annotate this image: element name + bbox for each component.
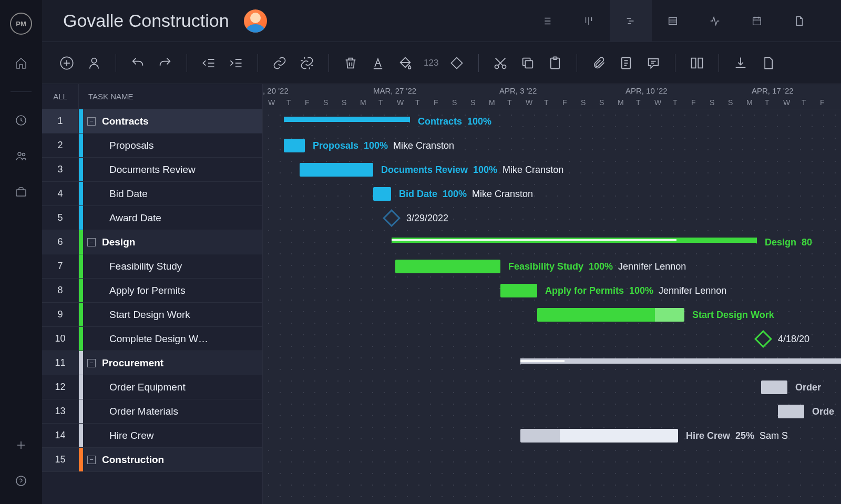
task-name: Contracts [96,116,262,127]
view-calendar-icon[interactable] [736,0,778,42]
gantt-bar[interactable] [284,117,410,122]
gantt-bar[interactable] [373,187,391,201]
color-stripe [79,230,83,254]
gantt-bar[interactable] [520,429,678,443]
color-stripe [79,206,83,230]
collapse-icon[interactable]: − [87,117,96,126]
notes-icon[interactable] [617,54,635,72]
week-label: MAR, 27 '22 [373,86,416,95]
collapse-icon[interactable]: − [87,456,96,464]
milestone-diamond[interactable] [754,330,772,348]
gantt-bar[interactable] [778,405,804,418]
row-number: 14 [42,424,79,447]
task-name: Design [96,236,262,248]
view-gantt-icon[interactable] [610,0,652,42]
outdent-icon[interactable] [200,54,218,72]
task-row[interactable]: 8Apply for Permits [42,279,262,303]
task-row[interactable]: 11−Procurement [42,351,262,375]
columns-icon[interactable] [688,54,706,72]
help-icon[interactable] [14,474,28,488]
collapse-icon[interactable]: − [87,238,96,246]
link-icon[interactable] [271,54,289,72]
task-row[interactable]: 14Hire Crew [42,424,262,448]
view-sheet-icon[interactable] [652,0,694,42]
gantt-bar[interactable] [395,260,500,273]
task-row[interactable]: 9Start Design Work [42,303,262,327]
day-label: F [434,98,438,107]
task-row[interactable]: 4Bid Date [42,182,262,206]
gantt-bar[interactable] [537,308,684,322]
day-label: T [636,98,641,107]
day-label: W [783,98,790,107]
view-tabs [526,0,820,42]
view-file-icon[interactable] [778,0,820,42]
people-icon[interactable] [14,149,28,163]
briefcase-icon[interactable] [14,184,28,199]
milestone-icon[interactable] [448,54,466,72]
attachment-icon[interactable] [590,54,608,72]
app-logo[interactable]: PM [10,13,32,35]
gantt-bar[interactable] [300,163,373,177]
color-stripe [79,182,83,205]
add-icon[interactable] [58,54,76,72]
task-row[interactable]: 15−Construction [42,448,262,472]
svg-point-10 [502,65,506,68]
bar-label-name: Apply for Permits [545,285,624,296]
cut-icon[interactable] [491,54,509,72]
clock-icon[interactable] [14,113,28,128]
svg-point-1 [18,152,21,156]
task-row[interactable]: 2Proposals [42,133,262,158]
task-row[interactable]: 6−Design [42,230,262,254]
delete-icon[interactable] [342,54,360,72]
import-icon[interactable] [732,54,750,72]
day-label: S [710,98,714,107]
gantt-bar[interactable] [392,238,757,243]
undo-icon[interactable] [129,54,147,72]
task-row[interactable]: 1−Contracts [42,109,262,133]
day-label: M [746,98,753,107]
bar-label-assignee: Mike Cranston [472,189,533,200]
day-label: S [323,98,328,107]
view-list-icon[interactable] [526,0,568,42]
gantt-bar[interactable] [761,380,787,394]
task-name: Award Date [83,212,262,224]
export-icon[interactable] [759,54,777,72]
plus-icon[interactable] [14,438,28,452]
view-activity-icon[interactable] [694,0,736,42]
view-board-icon[interactable] [568,0,610,42]
day-label: T [802,98,806,107]
redo-icon[interactable] [156,54,174,72]
bar-label-pct: 100% [443,189,467,200]
task-row[interactable]: 10Complete Design W… [42,327,262,351]
copy-icon[interactable] [519,54,537,72]
svg-point-9 [495,65,499,68]
gantt-chart[interactable]: , 20 '22MAR, 27 '22APR, 3 '22APR, 10 '22… [263,84,841,504]
column-task-name[interactable]: TASK NAME [79,92,134,101]
assign-icon[interactable] [85,54,103,72]
unlink-icon[interactable] [298,54,316,72]
avatar[interactable] [244,9,267,33]
fill-icon[interactable] [396,54,414,72]
task-row[interactable]: 3Documents Review [42,158,262,182]
task-row[interactable]: 12Order Equipment [42,375,262,399]
gantt-bar[interactable] [284,139,305,152]
text-color-icon[interactable] [369,54,387,72]
svg-rect-3 [16,190,26,196]
day-label: F [305,98,310,107]
day-label: W [397,98,404,107]
task-row[interactable]: 13Order Materials [42,399,262,424]
paste-icon[interactable] [546,54,564,72]
collapse-icon[interactable]: − [87,359,96,367]
gantt-bar[interactable] [500,284,537,297]
task-row[interactable]: 5Award Date [42,206,262,230]
home-icon[interactable] [14,56,28,70]
column-all[interactable]: ALL [42,84,79,109]
task-row[interactable]: 7Feasibility Study [42,254,262,279]
comment-icon[interactable] [644,54,662,72]
color-stripe [79,254,83,278]
gantt-bar[interactable] [520,358,841,364]
color-stripe [79,109,83,133]
milestone-diamond[interactable] [383,209,401,227]
indent-icon[interactable] [227,54,245,72]
main: ALL TASK NAME 1−Contracts2Proposals3Docu… [42,84,841,504]
